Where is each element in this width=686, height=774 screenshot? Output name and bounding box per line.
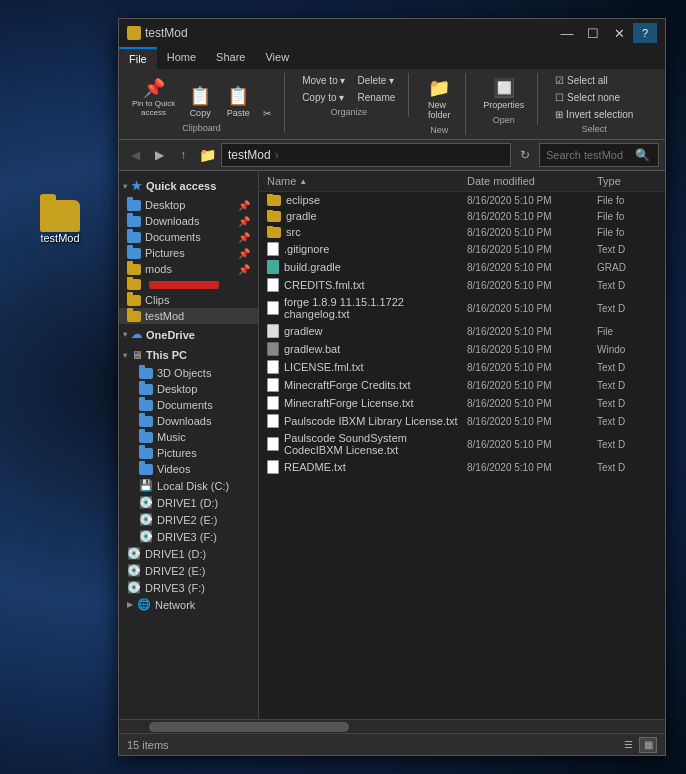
sidebar-item-downloads2[interactable]: Downloads (119, 413, 258, 429)
sidebar-item-clips[interactable]: Clips (119, 292, 258, 308)
sidebar-item-pictures[interactable]: Pictures 📌 (119, 245, 258, 261)
tab-view[interactable]: View (255, 47, 299, 69)
file-row-eclipse[interactable]: eclipse 8/16/2020 5:10 PM File fo (259, 192, 665, 208)
file-type: Text D (597, 362, 657, 373)
cut-button[interactable]: ✂ (258, 106, 276, 121)
select-all-button[interactable]: ☑ Select all (550, 73, 638, 88)
new-folder-button[interactable]: 📁 Newfolder (421, 73, 457, 123)
explorer-window: testMod — ☐ ✕ ? File Home Share View 📌 P… (118, 18, 666, 756)
folder-icon (127, 295, 141, 306)
folder-icon (127, 264, 141, 275)
sidebar-item-documents2[interactable]: Documents (119, 397, 258, 413)
sort-icon: ▲ (299, 177, 307, 186)
sidebar-item-drive1a[interactable]: 💽 DRIVE1 (D:) (119, 494, 258, 511)
file-row-license-fml[interactable]: LICENSE.fml.txt 8/16/2020 5:10 PM Text D (259, 358, 665, 376)
copy-to-button[interactable]: Copy to ▾ (297, 90, 350, 105)
file-row-src[interactable]: src 8/16/2020 5:10 PM File fo (259, 224, 665, 240)
refresh-button[interactable]: ↻ (515, 145, 535, 165)
copy-button[interactable]: 📋 Copy (182, 81, 218, 121)
sidebar-item-desktop2[interactable]: Desktop (119, 381, 258, 397)
select-none-button[interactable]: ☐ Select none (550, 90, 638, 105)
file-row-readme[interactable]: README.txt 8/16/2020 5:10 PM Text D (259, 458, 665, 476)
maximize-button[interactable]: ☐ (581, 23, 605, 43)
sidebar-item-label: DRIVE3 (F:) (145, 582, 205, 594)
sidebar-this-pc[interactable]: ▾ 🖥 This PC (119, 345, 258, 365)
file-date: 8/16/2020 5:10 PM (467, 380, 597, 391)
delete-button[interactable]: Delete ▾ (353, 73, 401, 88)
title-controls: — ☐ ✕ ? (555, 23, 657, 43)
search-input[interactable] (546, 149, 631, 161)
sidebar-item-label: testMod (145, 310, 184, 322)
file-row-gradlew[interactable]: gradlew 8/16/2020 5:10 PM File (259, 322, 665, 340)
properties-button[interactable]: 🔲 Properties (478, 73, 529, 113)
sidebar-item-drive3b[interactable]: 💽 DRIVE3 (F:) (119, 579, 258, 596)
drive-icon: 💽 (127, 564, 141, 577)
file-row-gitignore[interactable]: .gitignore 8/16/2020 5:10 PM Text D (259, 240, 665, 258)
txt-icon (267, 460, 279, 474)
sidebar-item-redacted[interactable] (119, 277, 258, 292)
tab-home[interactable]: Home (157, 47, 206, 69)
sidebar-item-videos[interactable]: Videos (119, 461, 258, 477)
sidebar-item-local-disk[interactable]: 💾 Local Disk (C:) (119, 477, 258, 494)
sidebar-item-mods[interactable]: mods 📌 (119, 261, 258, 277)
horizontal-scrollbar[interactable] (119, 719, 665, 733)
folder-icon (127, 311, 141, 322)
chevron-icon: ▶ (127, 600, 133, 609)
help-button[interactable]: ? (633, 23, 657, 43)
pin-icon: 📌 (238, 200, 250, 211)
sidebar-item-drive2a[interactable]: 💽 DRIVE2 (E:) (119, 511, 258, 528)
sidebar-item-pictures2[interactable]: Pictures (119, 445, 258, 461)
header-name[interactable]: Name ▲ (267, 175, 467, 187)
this-pc-label: This PC (146, 349, 187, 361)
invert-selection-button[interactable]: ⊞ Invert selection (550, 107, 638, 122)
sidebar-item-drive1b[interactable]: 💽 DRIVE1 (D:) (119, 545, 258, 562)
scrollbar-thumb[interactable] (149, 722, 349, 732)
file-row-gradle[interactable]: gradle 8/16/2020 5:10 PM File fo (259, 208, 665, 224)
minimize-button[interactable]: — (555, 23, 579, 43)
up-button[interactable]: ↑ (173, 145, 193, 165)
sidebar-quick-access[interactable]: ▾ ★ Quick access (119, 175, 258, 197)
sidebar-item-desktop[interactable]: Desktop 📌 (119, 197, 258, 213)
paste-icon: 📋 (226, 84, 250, 108)
forward-button[interactable]: ▶ (149, 145, 169, 165)
file-name: gradle (267, 210, 467, 222)
back-button[interactable]: ◀ (125, 145, 145, 165)
paste-button[interactable]: 📋 Paste (220, 81, 256, 121)
list-view-button[interactable]: ▦ (639, 737, 657, 753)
sidebar-item-label: Pictures (157, 447, 197, 459)
pin-to-quick-access-button[interactable]: 📌 Pin to Quickaccess (127, 73, 180, 121)
details-view-button[interactable]: ☰ (619, 737, 637, 753)
file-row-paulscode-ibxm[interactable]: Paulscode IBXM Library License.txt 8/16/… (259, 412, 665, 430)
file-row-build-gradle[interactable]: build.gradle 8/16/2020 5:10 PM GRAD (259, 258, 665, 276)
file-date: 8/16/2020 5:10 PM (467, 280, 597, 291)
file-row-paulscode-soundsystem[interactable]: Paulscode SoundSystem CodecIBXM License.… (259, 430, 665, 458)
header-type[interactable]: Type (597, 175, 657, 187)
sidebar-item-testmod[interactable]: testMod (119, 308, 258, 324)
file-row-mcforge-credits[interactable]: MinecraftForge Credits.txt 8/16/2020 5:1… (259, 376, 665, 394)
desktop-icon-testmod[interactable]: testMod (40, 200, 80, 244)
file-row-gradlew-bat[interactable]: gradlew.bat 8/16/2020 5:10 PM Windo (259, 340, 665, 358)
sidebar-item-3dobjects[interactable]: 3D Objects (119, 365, 258, 381)
address-box[interactable]: testMod › (221, 143, 511, 167)
move-to-button[interactable]: Move to ▾ (297, 73, 350, 88)
sidebar-item-music[interactable]: Music (119, 429, 258, 445)
sidebar-item-drive2b[interactable]: 💽 DRIVE2 (E:) (119, 562, 258, 579)
sidebar-item-downloads[interactable]: Downloads 📌 (119, 213, 258, 229)
header-date[interactable]: Date modified (467, 175, 597, 187)
close-button[interactable]: ✕ (607, 23, 631, 43)
sidebar-item-drive3a[interactable]: 💽 DRIVE3 (F:) (119, 528, 258, 545)
tab-share[interactable]: Share (206, 47, 255, 69)
folder-icon-btn[interactable]: 📁 (197, 145, 217, 165)
search-box[interactable]: 🔍 (539, 143, 659, 167)
sidebar-item-documents[interactable]: Documents 📌 (119, 229, 258, 245)
new-folder-icon: 📁 (427, 76, 451, 100)
rename-button[interactable]: Rename (353, 90, 401, 105)
star-icon: ★ (131, 179, 142, 193)
file-type: File (597, 326, 657, 337)
file-row-mcforge-license[interactable]: MinecraftForge License.txt 8/16/2020 5:1… (259, 394, 665, 412)
file-row-forge-changelog[interactable]: forge 1.8.9 11.15.1.1722 changelog.txt 8… (259, 294, 665, 322)
sidebar-onedrive[interactable]: ▾ ☁ OneDrive (119, 324, 258, 345)
file-row-credits-fml[interactable]: CREDITS.fml.txt 8/16/2020 5:10 PM Text D (259, 276, 665, 294)
tab-file[interactable]: File (119, 47, 157, 69)
sidebar-item-network[interactable]: ▶ 🌐 Network (119, 596, 258, 613)
